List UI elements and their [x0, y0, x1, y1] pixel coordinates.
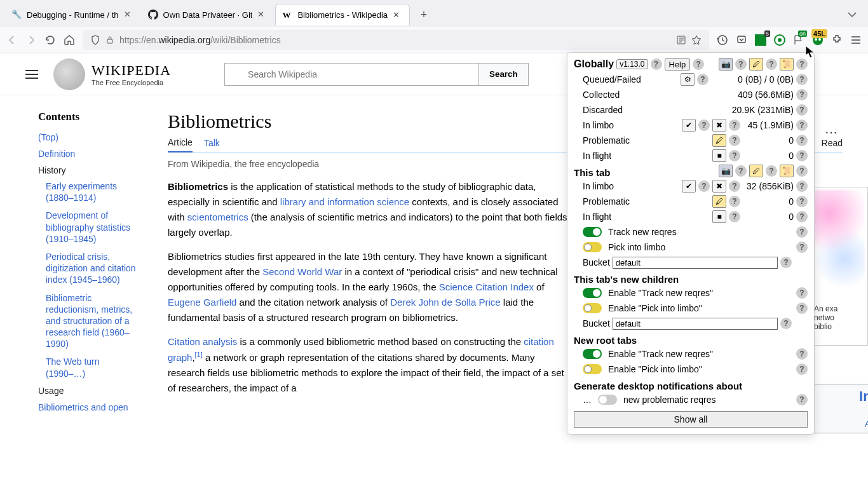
doc-button[interactable]: 📜 — [780, 165, 794, 177]
help-icon[interactable]: ? — [780, 257, 792, 268]
snapshot-button[interactable]: 📷 — [719, 165, 733, 177]
toc-link-top[interactable]: (Top) — [38, 132, 58, 142]
wand-button[interactable]: 🖊 — [749, 165, 763, 177]
enable-pick-toggle[interactable] — [583, 303, 602, 313]
help-icon[interactable]: ? — [796, 394, 808, 405]
show-all-button[interactable]: Show all — [574, 411, 808, 428]
link[interactable]: library and information science — [280, 196, 409, 207]
help-icon[interactable]: ? — [693, 58, 704, 70]
toc-link-definition[interactable]: Definition — [38, 149, 75, 159]
url-bar[interactable]: https://en.wikipedia.org/wiki/Bibliometr… — [83, 30, 709, 50]
help-icon[interactable]: ? — [735, 58, 747, 70]
new-tab-button[interactable]: + — [415, 6, 433, 24]
menu-icon[interactable] — [850, 34, 862, 46]
toc-link[interactable]: The Web turn (1990–…) — [46, 356, 100, 378]
help-icon[interactable]: ? — [796, 348, 808, 360]
help-icon[interactable]: ? — [651, 58, 662, 70]
bucket-input-children[interactable] — [613, 318, 778, 330]
link[interactable]: scientometrics — [187, 212, 248, 222]
shield-icon[interactable] — [90, 35, 100, 45]
wand-button[interactable]: 🖊 — [749, 58, 763, 71]
accept-button[interactable]: ✔ — [682, 119, 696, 132]
reference-link[interactable]: [1] — [195, 351, 203, 358]
tab-wikipedia[interactable]: W Bibliometrics - Wikipedia ✕ — [275, 4, 410, 25]
new-problematic-toggle[interactable] — [598, 395, 617, 405]
reject-button[interactable]: ✖ — [712, 119, 726, 132]
reload-button[interactable] — [44, 34, 56, 46]
help-icon[interactable]: ? — [796, 226, 808, 238]
main-menu-button[interactable] — [25, 70, 38, 79]
help-button[interactable]: Help — [665, 58, 691, 71]
toc-link[interactable]: Development of bibliography statistics (… — [46, 210, 130, 243]
extensions-icon[interactable] — [831, 34, 843, 46]
help-icon[interactable]: ? — [796, 58, 808, 70]
help-icon[interactable]: ? — [796, 211, 808, 222]
help-icon[interactable]: ? — [796, 74, 808, 85]
ext-green-icon[interactable]: 5 — [755, 34, 766, 46]
link[interactable]: Science Citation Index — [439, 281, 534, 292]
reject-button[interactable]: ✖ — [712, 180, 726, 193]
page-tools-button[interactable]: ⋯ — [825, 125, 836, 140]
help-icon[interactable]: ? — [796, 89, 808, 100]
help-icon[interactable]: ? — [729, 135, 740, 146]
tab-github[interactable]: Own Data Privateer · Git ✕ — [142, 4, 275, 25]
bucket-input[interactable] — [613, 257, 778, 269]
infobox-image[interactable]: An exa netwo biblio — [811, 187, 868, 346]
lock-icon[interactable] — [105, 36, 114, 44]
help-icon[interactable]: ? — [780, 318, 792, 329]
help-icon[interactable]: ? — [796, 241, 808, 253]
help-icon[interactable]: ? — [766, 165, 777, 177]
help-icon[interactable]: ? — [697, 74, 709, 85]
link[interactable]: Citation analysis — [168, 336, 237, 347]
link[interactable]: Information science — [859, 388, 868, 404]
ext-flag-icon[interactable]: on — [793, 34, 804, 46]
tabs-dropdown-icon[interactable] — [848, 10, 857, 19]
help-icon[interactable]: ? — [698, 119, 710, 131]
close-icon[interactable]: ✕ — [257, 10, 268, 20]
tab-talk[interactable]: Talk — [204, 138, 220, 152]
snapshot-button[interactable]: 📷 — [719, 58, 733, 71]
forward-button[interactable] — [25, 34, 37, 46]
wand-button[interactable]: 🖊 — [712, 195, 726, 208]
toc-link-usage[interactable]: Usage — [38, 386, 64, 396]
stop-button[interactable]: ■ — [712, 149, 726, 162]
history-icon[interactable] — [717, 34, 728, 46]
link[interactable]: Derek John de Solla Price — [390, 297, 500, 308]
help-icon[interactable]: ? — [796, 180, 808, 192]
help-icon[interactable]: ? — [735, 165, 747, 177]
help-icon[interactable]: ? — [729, 180, 740, 192]
root-track-toggle[interactable] — [583, 349, 602, 359]
help-icon[interactable]: ? — [729, 196, 740, 207]
help-icon[interactable]: ? — [698, 180, 710, 192]
help-icon[interactable]: ? — [796, 196, 808, 207]
tab-article[interactable]: Article — [168, 137, 193, 152]
enable-track-toggle[interactable] — [583, 288, 602, 298]
help-icon[interactable]: ? — [729, 150, 740, 161]
back-button[interactable] — [6, 34, 18, 46]
toc-link[interactable]: Bibliometric reductionism, metrics, and … — [46, 293, 132, 349]
stop-button[interactable]: ■ — [712, 210, 726, 223]
doc-button[interactable]: 📜 — [780, 58, 794, 71]
help-icon[interactable]: ? — [796, 150, 808, 161]
pocket-icon[interactable] — [736, 34, 747, 46]
help-icon[interactable]: ? — [766, 58, 777, 70]
pick-limbo-toggle[interactable] — [583, 242, 602, 252]
wand-button[interactable]: 🖊 — [712, 134, 726, 147]
root-pick-toggle[interactable] — [583, 364, 602, 374]
help-icon[interactable]: ? — [796, 302, 808, 314]
close-icon[interactable]: ✕ — [393, 10, 403, 20]
link[interactable]: Second World War — [262, 266, 342, 277]
help-icon[interactable]: ? — [796, 165, 808, 177]
tab-debugging[interactable]: 🔧 Debugging - Runtime / th ✕ — [5, 4, 140, 25]
track-new-toggle[interactable] — [583, 227, 602, 237]
toc-link[interactable]: Periodical crisis, digitization and cita… — [46, 252, 136, 285]
accept-button[interactable]: ✔ — [682, 180, 696, 193]
help-icon[interactable]: ? — [796, 135, 808, 146]
help-icon[interactable]: ? — [729, 211, 740, 222]
home-button[interactable] — [64, 34, 75, 46]
help-icon[interactable]: ? — [796, 119, 808, 131]
help-icon[interactable]: ? — [796, 104, 808, 116]
link[interactable]: Eugene Garfield — [168, 297, 236, 308]
help-icon[interactable]: ? — [796, 363, 808, 375]
help-icon[interactable]: ? — [729, 119, 740, 131]
